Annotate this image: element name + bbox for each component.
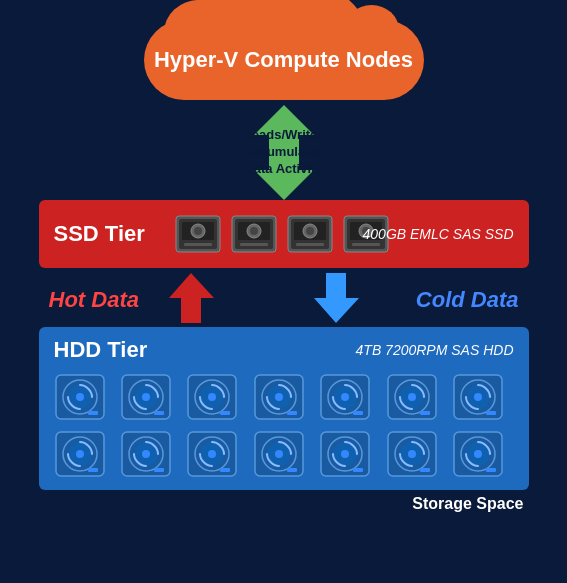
hdd-drive-9 bbox=[120, 428, 172, 480]
ssd-drive-1 bbox=[174, 210, 222, 258]
svg-marker-26 bbox=[169, 273, 214, 323]
down-arrow-blue bbox=[314, 273, 359, 327]
svg-point-31 bbox=[76, 393, 84, 401]
svg-rect-52 bbox=[353, 411, 363, 415]
ssd-drive-2 bbox=[230, 210, 278, 258]
svg-rect-57 bbox=[420, 411, 430, 415]
cloud-background: Hyper-V Compute Nodes bbox=[144, 20, 424, 100]
svg-rect-87 bbox=[353, 468, 363, 472]
svg-rect-67 bbox=[88, 468, 98, 472]
ssd-drives-row bbox=[174, 210, 390, 258]
hdd-tier-label: HDD Tier bbox=[54, 337, 164, 363]
hdd-drive-13 bbox=[386, 428, 438, 480]
hdd-drive-1 bbox=[54, 371, 106, 423]
svg-rect-82 bbox=[287, 468, 297, 472]
svg-point-12 bbox=[250, 227, 258, 235]
double-arrow-section: Reads/Writes Accumulates Data Activity bbox=[194, 105, 374, 200]
hdd-tier-header: HDD Tier 4TB 7200RPM SAS HDD bbox=[54, 337, 514, 363]
hdd-drive-3 bbox=[186, 371, 238, 423]
ssd-tier-block: SSD Tier bbox=[39, 200, 529, 268]
hdd-drive-8 bbox=[54, 428, 106, 480]
hdd-drives-grid bbox=[54, 371, 514, 480]
ssd-drive-3 bbox=[286, 210, 334, 258]
svg-point-6 bbox=[194, 227, 202, 235]
svg-point-71 bbox=[142, 450, 150, 458]
hdd-tier-block: HDD Tier 4TB 7200RPM SAS HDD bbox=[39, 327, 529, 490]
svg-rect-19 bbox=[296, 243, 324, 246]
svg-rect-97 bbox=[486, 468, 496, 472]
svg-point-66 bbox=[76, 450, 84, 458]
svg-point-61 bbox=[474, 393, 482, 401]
ssd-tier-label: SSD Tier bbox=[54, 221, 164, 247]
svg-rect-37 bbox=[154, 411, 164, 415]
svg-point-96 bbox=[474, 450, 482, 458]
svg-point-81 bbox=[275, 450, 283, 458]
svg-marker-27 bbox=[314, 273, 359, 323]
storage-space-label: Storage Space bbox=[39, 495, 529, 513]
svg-point-86 bbox=[341, 450, 349, 458]
svg-point-51 bbox=[341, 393, 349, 401]
svg-point-56 bbox=[408, 393, 416, 401]
hdd-drive-4 bbox=[253, 371, 305, 423]
up-arrow-red bbox=[169, 273, 214, 327]
hdd-drive-6 bbox=[386, 371, 438, 423]
svg-rect-77 bbox=[220, 468, 230, 472]
svg-rect-13 bbox=[240, 243, 268, 246]
svg-point-46 bbox=[275, 393, 283, 401]
svg-rect-72 bbox=[154, 468, 164, 472]
svg-rect-32 bbox=[88, 411, 98, 415]
svg-rect-7 bbox=[184, 243, 212, 246]
svg-rect-92 bbox=[420, 468, 430, 472]
hdd-tier-spec: 4TB 7200RPM SAS HDD bbox=[356, 342, 514, 358]
main-container: Hyper-V Compute Nodes Reads/Writes Accum… bbox=[0, 0, 567, 583]
hdd-drive-12 bbox=[319, 428, 371, 480]
hot-cold-section: Hot Data Cold Data bbox=[39, 272, 529, 327]
cloud-shape: Hyper-V Compute Nodes bbox=[144, 20, 424, 100]
svg-point-41 bbox=[208, 393, 216, 401]
hdd-drive-7 bbox=[452, 371, 504, 423]
arrow-text: Reads/Writes Accumulates Data Activity bbox=[242, 127, 324, 178]
svg-rect-62 bbox=[486, 411, 496, 415]
cloud-title: Hyper-V Compute Nodes bbox=[154, 47, 413, 73]
svg-point-18 bbox=[306, 227, 314, 235]
svg-rect-25 bbox=[352, 243, 380, 246]
svg-point-76 bbox=[208, 450, 216, 458]
hdd-drive-5 bbox=[319, 371, 371, 423]
hdd-drive-2 bbox=[120, 371, 172, 423]
hot-data-label: Hot Data bbox=[49, 287, 139, 313]
svg-rect-42 bbox=[220, 411, 230, 415]
cold-data-label: Cold Data bbox=[416, 287, 519, 313]
hdd-drive-10 bbox=[186, 428, 238, 480]
ssd-tier-spec: 400GB EMLC SAS SSD bbox=[363, 226, 514, 242]
hdd-drive-11 bbox=[253, 428, 305, 480]
hdd-drive-14 bbox=[452, 428, 504, 480]
svg-point-91 bbox=[408, 450, 416, 458]
svg-point-36 bbox=[142, 393, 150, 401]
svg-rect-47 bbox=[287, 411, 297, 415]
